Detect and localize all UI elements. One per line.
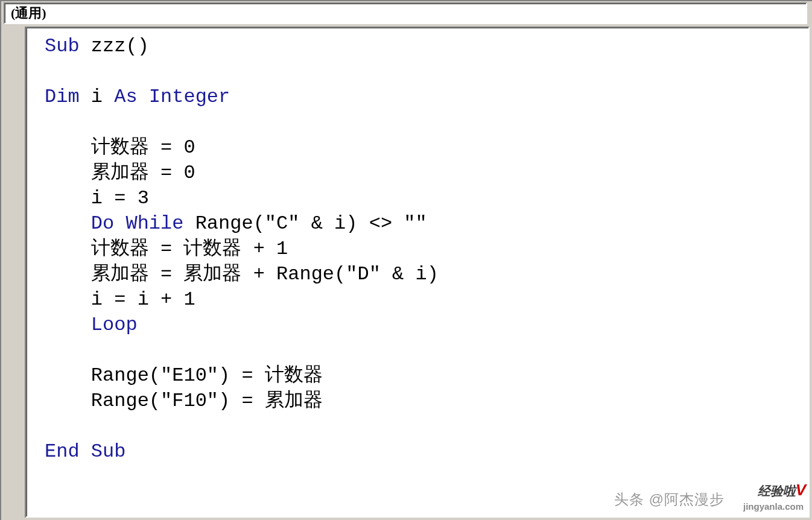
code-content[interactable]: Sub zzz() Dim i As Integer 计数器 = 0 累加器 =… [45, 34, 808, 465]
keyword-do-while: Do While [91, 212, 184, 235]
keyword-end-sub: End Sub [45, 440, 125, 463]
object-dropdown-value: (通用) [11, 4, 46, 22]
code-text: Range("E10") = 计数器 [45, 364, 323, 387]
keyword-as-integer: As Integer [114, 86, 230, 108]
code-text [45, 212, 91, 235]
keyword-sub: Sub [45, 35, 80, 57]
keyword-loop: Loop [91, 314, 138, 336]
vba-editor-frame: (通用) Sub zzz() Dim i As Integer 计数器 = 0 … [0, 0, 812, 520]
watermark-author: 头条 @阿杰漫步 [614, 490, 725, 509]
code-pane[interactable]: Sub zzz() Dim i As Integer 计数器 = 0 累加器 =… [25, 27, 810, 518]
code-area-wrapper: Sub zzz() Dim i As Integer 计数器 = 0 累加器 =… [1, 27, 812, 520]
code-text: Range("F10") = 累加器 [45, 390, 323, 412]
code-text: i = 3 [45, 187, 149, 209]
watermark-brand-v: V [796, 481, 806, 499]
code-text: 累加器 = 累加器 + Range("D" & i) [45, 263, 439, 285]
code-text: 累加器 = 0 [45, 162, 195, 184]
code-text: 计数器 = 计数器 + 1 [45, 238, 288, 260]
object-dropdown[interactable]: (通用) [4, 2, 807, 24]
keyword-dim: Dim [45, 86, 80, 108]
watermark-url: jingyanla.com [743, 501, 804, 512]
watermark-brand: 经验啦V [758, 481, 806, 499]
object-procedure-bar: (通用) [1, 1, 812, 27]
code-text: 计数器 = 0 [45, 136, 195, 159]
code-text: i [80, 86, 115, 108]
code-text: Range("C" & i) <> "" [183, 212, 427, 235]
code-text [45, 314, 91, 336]
watermark-brand-text: 经验啦 [758, 484, 796, 498]
code-margin [1, 27, 25, 518]
code-text: zzz() [80, 35, 149, 57]
code-text: i = i + 1 [45, 288, 195, 311]
